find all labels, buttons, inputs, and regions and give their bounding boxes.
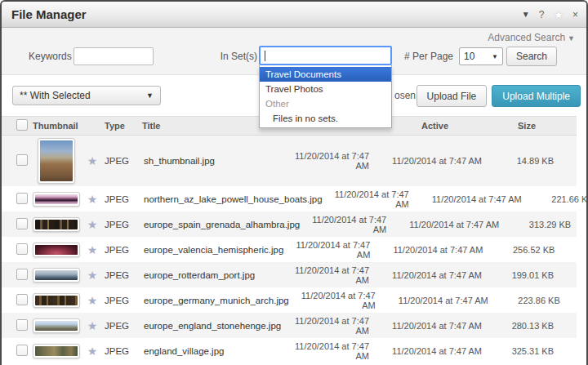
- titlebar: File Manager ▼ ? ★ ×: [2, 2, 586, 28]
- active-date: 11/20/2014 at 7:47 AM: [381, 321, 495, 331]
- star-icon[interactable]: ★: [80, 345, 105, 357]
- file-title: england_village.jpg: [142, 346, 283, 356]
- active-date: 11/20/2014 at 7:47 AM: [381, 245, 496, 255]
- help-icon[interactable]: ?: [539, 10, 545, 20]
- file-title: europe_valencia_hemispheric.jpg: [142, 245, 283, 255]
- chevron-down-icon: ▼: [568, 34, 575, 42]
- file-title: sh_thumbnail.jpg: [142, 156, 283, 166]
- file-size: 280.13 KB: [495, 321, 577, 331]
- thumbnail-frame[interactable]: [33, 318, 80, 333]
- in-sets-input[interactable]: [259, 46, 392, 65]
- thumbnail-frame[interactable]: [33, 217, 80, 232]
- uploaded-date: 11/20/2014 at 7:47 AM: [283, 341, 381, 361]
- file-type: JPEG: [105, 346, 142, 356]
- uploaded-date: 11/20/2014 at 7:47 AM: [283, 265, 381, 285]
- thumbnail-image: [35, 296, 78, 305]
- table-row: ★ JPEG europe_rotterdam_port.jpg 11/20/2…: [2, 262, 577, 287]
- thumbnail-image: [35, 245, 78, 255]
- thumbnail-frame[interactable]: [33, 192, 80, 207]
- header-size: Size: [495, 121, 577, 131]
- select-all-checkbox[interactable]: [16, 119, 28, 131]
- file-type: JPEG: [105, 194, 142, 204]
- dropdown-option[interactable]: Travel Photos: [260, 82, 391, 96]
- dropdown-option[interactable]: Travel Documents: [260, 67, 391, 82]
- star-icon[interactable]: ★: [80, 155, 105, 167]
- advanced-search-link[interactable]: Advanced Search▼: [488, 32, 575, 43]
- window-title: File Manager: [11, 7, 522, 21]
- file-type: JPEG: [105, 156, 142, 166]
- file-chosen-text: osen: [394, 90, 416, 101]
- collapse-icon[interactable]: ▼: [522, 11, 530, 19]
- uploaded-date: 11/20/2014 at 7:47 AM: [283, 316, 381, 336]
- upload-file-button[interactable]: Upload File: [416, 85, 488, 107]
- table-row: ★ JPEG northern_az_lake_powell_house_boa…: [2, 186, 577, 211]
- favorite-icon[interactable]: ★: [553, 9, 564, 20]
- star-icon[interactable]: ★: [80, 219, 105, 230]
- table-row: ★ JPEG sh_thumbnail.jpg 11/20/2014 at 7:…: [2, 136, 577, 186]
- with-selected-label: ** With Selected: [20, 90, 91, 101]
- in-sets-multiselect[interactable]: Travel Documents Travel Photos Other Fil…: [259, 46, 392, 65]
- row-checkbox[interactable]: [16, 319, 28, 331]
- thumbnail-frame[interactable]: [33, 344, 80, 358]
- star-icon[interactable]: ★: [80, 194, 105, 205]
- active-date: 11/20/2014 at 7:47 AM: [381, 346, 495, 356]
- file-type: JPEG: [105, 270, 142, 280]
- table-row: ★ JPEG europe_england_stonehenge.jpg 11/…: [2, 313, 577, 338]
- active-date: 11/20/2014 at 7:47 AM: [398, 220, 512, 229]
- dropdown-option[interactable]: Other: [260, 96, 391, 111]
- uploaded-date: 11/20/2014 at 7:47 AM: [283, 240, 381, 260]
- active-date: 11/20/2014 at 7:47 AM: [381, 270, 495, 280]
- file-title: europe_spain_grenada_alhambra.jpg: [142, 220, 300, 229]
- file-title: northern_az_lake_powell_house_boats.jpg: [142, 194, 323, 204]
- search-panel: Advanced Search▼ Keywords In Set(s) Trav…: [2, 28, 586, 75]
- file-size: 221.66 KB: [535, 194, 588, 204]
- row-checkbox[interactable]: [16, 154, 28, 166]
- search-button[interactable]: Search: [506, 47, 557, 66]
- row-checkbox[interactable]: [16, 218, 28, 229]
- table-row: ★ JPEG europe_germany_munich_arch.jpg 11…: [2, 287, 577, 313]
- row-checkbox[interactable]: [16, 243, 28, 255]
- thumbnail-frame[interactable]: [33, 293, 80, 308]
- file-title: europe_germany_munich_arch.jpg: [142, 296, 289, 305]
- dropdown-option[interactable]: Files in no sets.: [260, 111, 391, 126]
- header-type: Type: [105, 121, 142, 131]
- file-type: JPEG: [105, 321, 142, 331]
- upload-multiple-button[interactable]: Upload Multiple: [492, 85, 581, 107]
- file-size: 313.29 KB: [512, 220, 588, 229]
- thumbnail-image: [35, 321, 78, 331]
- star-icon[interactable]: ★: [80, 244, 105, 256]
- thumbnail-image: [35, 220, 78, 229]
- text-cursor: [265, 51, 265, 61]
- close-icon[interactable]: ×: [572, 10, 578, 20]
- table-row: ★ JPEG england_village.jpg 11/20/2014 at…: [2, 338, 577, 363]
- uploaded-date: 11/20/2014 at 7:47 AM: [283, 151, 381, 171]
- chevron-down-icon: ▼: [146, 91, 154, 100]
- row-checkbox[interactable]: [16, 193, 28, 204]
- star-icon[interactable]: ★: [80, 269, 105, 281]
- active-date: 11/20/2014 at 7:47 AM: [381, 156, 495, 166]
- file-title: europe_rotterdam_port.jpg: [142, 270, 283, 280]
- row-checkbox[interactable]: [16, 345, 28, 356]
- file-manager-dialog: File Manager ▼ ? ★ × Advanced Search▼ Ke…: [0, 0, 588, 365]
- advanced-search-label: Advanced Search: [488, 32, 565, 43]
- file-table: ★ JPEG sh_thumbnail.jpg 11/20/2014 at 7:…: [2, 136, 577, 363]
- thumbnail-frame[interactable]: [33, 268, 80, 283]
- file-size: 199.01 KB: [495, 270, 577, 280]
- with-selected-select[interactable]: ** With Selected ▼: [12, 86, 161, 105]
- row-checkbox[interactable]: [16, 294, 28, 305]
- row-checkbox[interactable]: [16, 269, 28, 280]
- per-page-value: 10: [464, 51, 474, 62]
- uploaded-date: 11/20/2014 at 7:47 AM: [289, 291, 387, 310]
- chevron-down-icon: ▼: [492, 53, 498, 60]
- file-size: 325.31 KB: [495, 346, 577, 356]
- keywords-input[interactable]: [74, 47, 154, 65]
- per-page-select[interactable]: 10 ▼: [459, 47, 503, 65]
- thumbnail-image: [35, 270, 78, 280]
- active-date: 11/20/2014 at 7:47 AM: [387, 296, 501, 305]
- star-icon[interactable]: ★: [80, 295, 105, 306]
- thumbnail-frame[interactable]: [33, 243, 80, 257]
- star-icon[interactable]: ★: [80, 320, 105, 332]
- file-size: 256.52 KB: [496, 245, 577, 255]
- titlebar-icons: ▼ ? ★ ×: [522, 9, 578, 20]
- thumbnail-frame[interactable]: [38, 138, 75, 184]
